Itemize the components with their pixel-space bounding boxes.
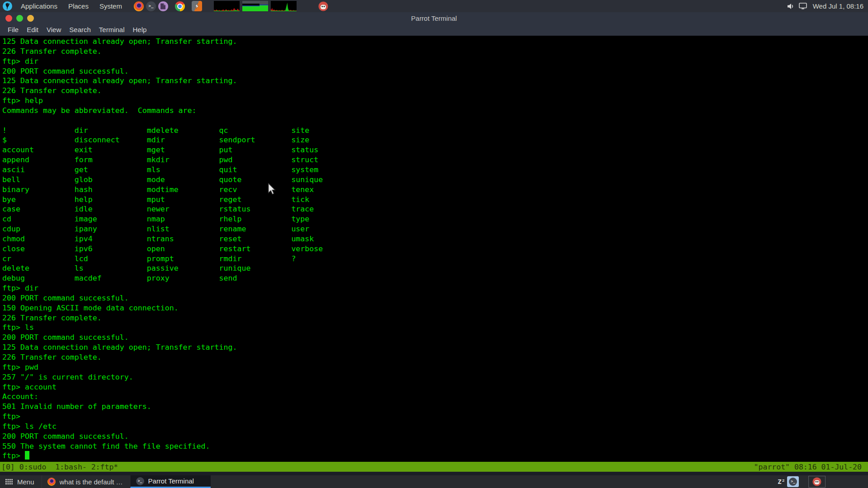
menu-places[interactable]: Places xyxy=(63,0,94,12)
menu-system[interactable]: System xyxy=(94,0,127,12)
system-monitor-graphs xyxy=(214,1,299,11)
firefox-launcher-icon[interactable] xyxy=(134,1,144,11)
grid-icon xyxy=(5,479,13,485)
terminal-cursor xyxy=(25,451,29,460)
window-menubar: File Edit View Search Terminal Help xyxy=(0,24,868,36)
parrot-logo-icon[interactable] xyxy=(3,1,12,11)
memory-graph-icon xyxy=(242,1,268,11)
task-terminal-label: Parrot Terminal xyxy=(148,477,194,485)
panel-launchers: >_ xyxy=(134,1,202,11)
terminal-prompt-line: ftp> xyxy=(2,451,868,461)
workspace-indicator[interactable]: Z² xyxy=(778,478,785,485)
terminal-task-icon: >_ xyxy=(136,477,144,485)
menu-search[interactable]: Search xyxy=(65,24,95,36)
text-editor-launcher-icon[interactable] xyxy=(158,1,168,11)
tmux-windows-list: [0] 0:sudo 1:bash- 2:ftp* xyxy=(1,463,118,471)
power-bolt-launcher-icon[interactable] xyxy=(192,1,202,11)
window-bottom-edge xyxy=(0,472,868,475)
terminal-window: Parrot Terminal File Edit View Search Te… xyxy=(0,12,868,472)
terminal-screen[interactable]: 125 Data connection already open; Transf… xyxy=(0,36,868,462)
tray-parrot-icon-button[interactable] xyxy=(808,476,826,488)
terminal-glyph: >_ xyxy=(138,479,142,483)
display-icon[interactable] xyxy=(799,3,807,9)
maximize-button[interactable] xyxy=(27,15,34,22)
window-title: Parrot Terminal xyxy=(0,14,868,22)
menu-file[interactable]: File xyxy=(4,24,23,36)
clock[interactable]: Wed Jul 1, 08:16 xyxy=(813,2,863,10)
network-graph-icon xyxy=(271,1,297,11)
top-panel: Applications Places System >_ xyxy=(0,0,868,12)
window-titlebar[interactable]: Parrot Terminal xyxy=(0,12,868,24)
menu-view[interactable]: View xyxy=(42,24,65,36)
tmux-host-clock: "parrot" 08:16 01-Jul-20 xyxy=(754,463,862,471)
menu-help[interactable]: Help xyxy=(129,24,151,36)
menu-applications[interactable]: Applications xyxy=(15,0,63,12)
terminal-output: 125 Data connection already open; Transf… xyxy=(2,37,868,451)
parrot-mascot-icon xyxy=(812,477,821,486)
volume-icon[interactable] xyxy=(787,3,795,10)
taskbar-menu-button[interactable]: Menu xyxy=(0,475,42,488)
panel-status-area: Wed Jul 1, 08:16 xyxy=(787,2,868,10)
taskbar-menu-label: Menu xyxy=(17,478,34,486)
tray-active-terminal-icon[interactable]: >_ xyxy=(787,476,799,487)
task-parrot-terminal[interactable]: >_ Parrot Terminal xyxy=(130,475,211,488)
window-buttons xyxy=(5,15,38,22)
menu-terminal[interactable]: Terminal xyxy=(95,24,129,36)
terminal-glyph: >_ xyxy=(791,480,795,483)
menu-edit[interactable]: Edit xyxy=(23,24,42,36)
close-button[interactable] xyxy=(5,15,12,22)
terminal-prompt: ftp> xyxy=(2,451,25,460)
task-firefox-label: what is the default direc… xyxy=(60,478,125,486)
terminal-glyph: >_ xyxy=(149,4,154,8)
parrot-notifier-icon[interactable] xyxy=(318,1,328,11)
chrome-launcher-icon[interactable] xyxy=(175,1,185,11)
cpu-graph-icon xyxy=(214,1,240,11)
terminal-glyph-circle: >_ xyxy=(789,478,797,486)
minimize-button[interactable] xyxy=(16,15,23,22)
taskbar: Menu what is the default direc… >_ Parro… xyxy=(0,475,868,488)
terminal-launcher-icon[interactable]: >_ xyxy=(146,1,156,11)
desktop: { "top_panel": { "menus": ["Applications… xyxy=(0,0,868,488)
mouse-pointer-icon xyxy=(268,183,276,195)
firefox-task-icon xyxy=(47,478,56,486)
task-firefox[interactable]: what is the default direc… xyxy=(42,475,130,488)
tmux-status-bar: [0] 0:sudo 1:bash- 2:ftp* "parrot" 08:16… xyxy=(0,462,868,472)
